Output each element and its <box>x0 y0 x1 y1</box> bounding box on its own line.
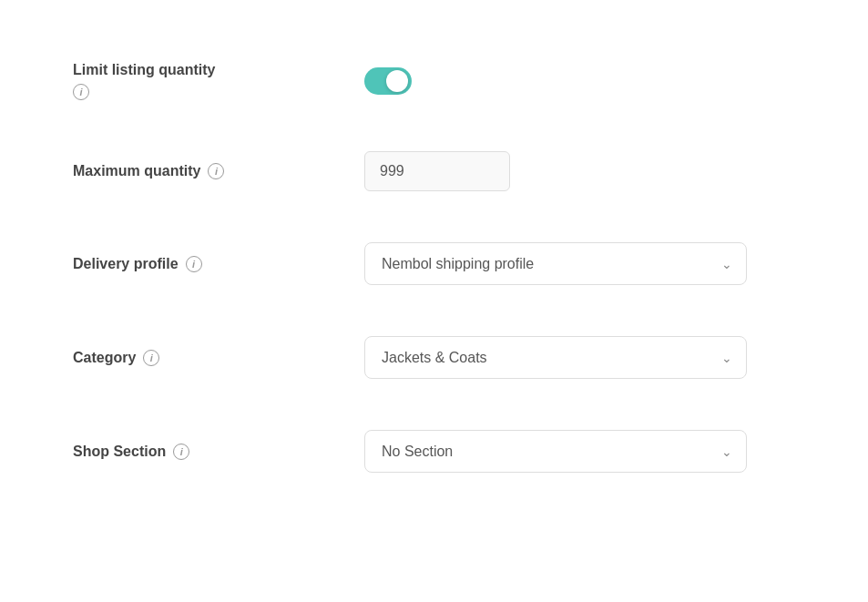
max-quantity-control <box>364 151 795 191</box>
shop-section-row: Shop Section i No Section Summer Collect… <box>73 404 795 498</box>
max-quantity-label: Maximum quantity <box>73 163 200 179</box>
limit-quantity-label: Limit listing quantity <box>73 62 364 78</box>
max-quantity-input[interactable] <box>364 151 510 191</box>
category-info-icon[interactable]: i <box>143 350 159 366</box>
category-label-wrapper: Category i <box>73 350 364 366</box>
category-select-wrapper: Jackets & Coats Shirts Pants Shoes ⌄ <box>364 336 747 379</box>
category-select[interactable]: Jackets & Coats Shirts Pants Shoes <box>364 336 747 379</box>
max-quantity-label-wrapper: Maximum quantity i <box>73 163 364 179</box>
limit-quantity-info: i <box>73 84 364 100</box>
shop-section-info-icon[interactable]: i <box>173 444 189 460</box>
limit-quantity-control <box>364 67 795 95</box>
shop-section-label: Shop Section <box>73 444 166 460</box>
shop-section-control: No Section Summer Collection Winter Coll… <box>364 430 795 473</box>
category-control: Jackets & Coats Shirts Pants Shoes ⌄ <box>364 336 795 379</box>
delivery-profile-select[interactable]: Nembol shipping profile Standard shippin… <box>364 242 747 285</box>
limit-quantity-toggle[interactable] <box>364 67 412 95</box>
delivery-profile-select-wrapper: Nembol shipping profile Standard shippin… <box>364 242 747 285</box>
settings-form: Limit listing quantity i Maximum quantit… <box>73 36 795 498</box>
delivery-profile-info-icon[interactable]: i <box>186 256 202 272</box>
delivery-profile-label: Delivery profile <box>73 256 179 272</box>
limit-quantity-info-icon[interactable]: i <box>73 84 89 100</box>
toggle-slider <box>364 67 412 95</box>
delivery-profile-row: Delivery profile i Nembol shipping profi… <box>73 217 795 311</box>
delivery-profile-control: Nembol shipping profile Standard shippin… <box>364 242 795 285</box>
shop-section-select-wrapper: No Section Summer Collection Winter Coll… <box>364 430 747 473</box>
limit-quantity-row: Limit listing quantity i <box>73 36 795 126</box>
shop-section-label-wrapper: Shop Section i <box>73 444 364 460</box>
category-row: Category i Jackets & Coats Shirts Pants … <box>73 311 795 404</box>
shop-section-select[interactable]: No Section Summer Collection Winter Coll… <box>364 430 747 473</box>
limit-quantity-label-block: Limit listing quantity i <box>73 62 364 100</box>
max-quantity-row: Maximum quantity i <box>73 126 795 217</box>
max-quantity-info-icon[interactable]: i <box>208 163 224 179</box>
category-label: Category <box>73 350 136 366</box>
delivery-profile-label-wrapper: Delivery profile i <box>73 256 364 272</box>
